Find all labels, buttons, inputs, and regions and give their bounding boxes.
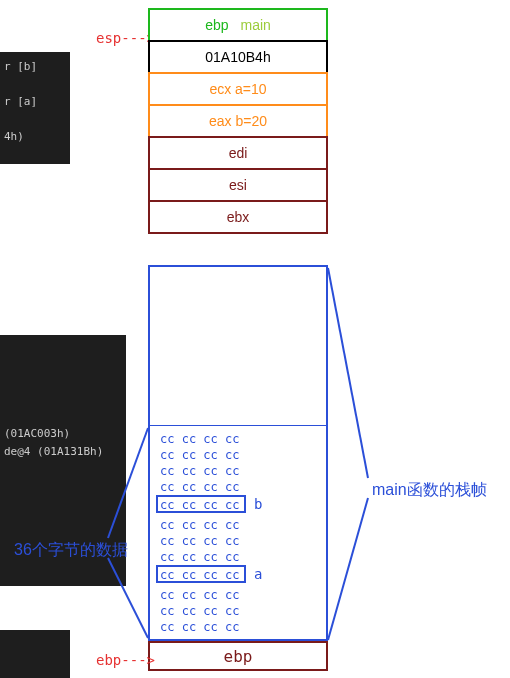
cc-row: cc cc cc cc (160, 534, 239, 550)
cc-row: cc cc cc cc (160, 432, 239, 448)
cell-ebx: ebx (148, 200, 328, 234)
cell-eax: eax b=20 (148, 104, 328, 138)
var-b-label: b (254, 496, 262, 512)
svg-line-0 (328, 268, 368, 478)
cc-row: cc cc cc cc (160, 480, 239, 496)
reg-ebx: ebx (227, 209, 250, 225)
reg-eax: eax b=20 (209, 113, 267, 129)
cc-row: cc cc cc cc (160, 518, 239, 534)
cell-ebp-main: ebp main (148, 8, 328, 42)
mid-divider (148, 425, 328, 426)
cell-esi: esi (148, 168, 328, 202)
cell-ecx: ecx a=10 (148, 72, 328, 106)
svg-line-1 (328, 498, 368, 640)
label-main: main (241, 17, 271, 33)
reg-edi: edi (229, 145, 248, 161)
ebp-pointer: ebp---> (96, 652, 155, 668)
code-fragment-3 (0, 630, 70, 678)
code-line: 4h) (4, 128, 66, 146)
code-fragment-1: r [b] r [a] 4h) (0, 52, 70, 164)
cc-row: cc cc cc cc (160, 448, 239, 464)
var-a-box (156, 565, 246, 583)
code-line: (01AC003h) (4, 425, 122, 443)
code-line: de@4 (01A131Bh) (4, 443, 122, 461)
reg-ebp: ebp (205, 17, 228, 33)
cc-row: cc cc cc cc (160, 588, 239, 604)
var-b-box (156, 495, 246, 513)
cc-row: cc cc cc cc (160, 604, 239, 620)
code-line: r [b] (4, 58, 66, 76)
reg-esi: esi (229, 177, 247, 193)
label-main-frame: main函数的栈帧 (372, 480, 487, 501)
reg-ebp-bottom: ebp (224, 647, 253, 666)
var-a-label: a (254, 566, 262, 582)
code-line: r [a] (4, 93, 66, 111)
cc-row: cc cc cc cc (160, 464, 239, 480)
cell-return-addr: 01A10B4h (148, 40, 328, 74)
cc-row: cc cc cc cc (160, 620, 239, 636)
reg-ecx: ecx a=10 (209, 81, 266, 97)
stack-column: ebp main 01A10B4h ecx a=10 eax b=20 edi … (148, 8, 328, 232)
cell-edi: edi (148, 136, 328, 170)
cell-bottom-ebp: ebp (148, 641, 328, 671)
return-address: 01A10B4h (205, 49, 270, 65)
esp-pointer: esp---> (96, 30, 155, 46)
cc-row: cc cc cc cc (160, 550, 239, 566)
label-36-bytes: 36个字节的数据 (14, 540, 128, 561)
